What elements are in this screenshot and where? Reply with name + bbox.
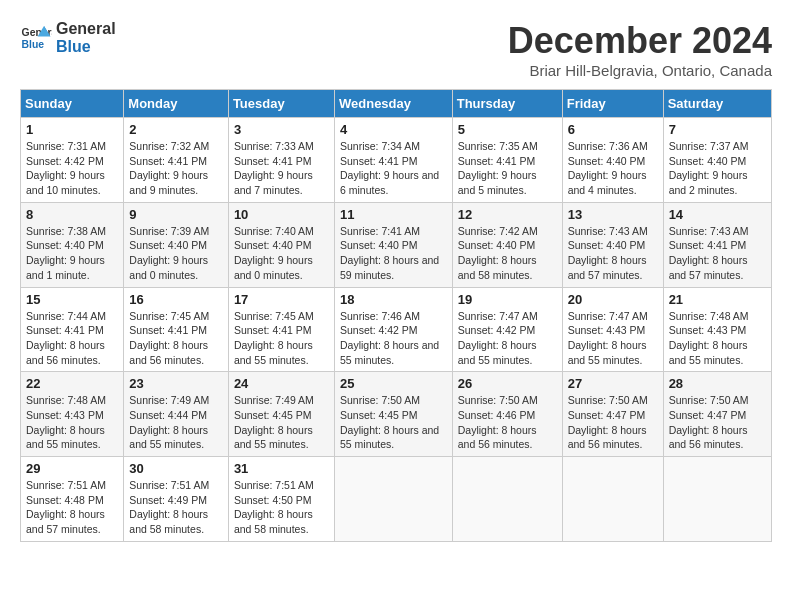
- day-info: Sunrise: 7:45 AM Sunset: 4:41 PM Dayligh…: [234, 309, 329, 368]
- day-cell: 7 Sunrise: 7:37 AM Sunset: 4:40 PM Dayli…: [663, 118, 771, 203]
- day-info: Sunrise: 7:50 AM Sunset: 4:47 PM Dayligh…: [568, 393, 658, 452]
- day-info: Sunrise: 7:46 AM Sunset: 4:42 PM Dayligh…: [340, 309, 447, 368]
- page-title: December 2024: [508, 20, 772, 62]
- day-cell: [663, 457, 771, 542]
- week-row-1: 1 Sunrise: 7:31 AM Sunset: 4:42 PM Dayli…: [21, 118, 772, 203]
- day-info: Sunrise: 7:44 AM Sunset: 4:41 PM Dayligh…: [26, 309, 118, 368]
- column-header-saturday: Saturday: [663, 90, 771, 118]
- day-number: 7: [669, 122, 766, 137]
- day-info: Sunrise: 7:49 AM Sunset: 4:45 PM Dayligh…: [234, 393, 329, 452]
- day-info: Sunrise: 7:50 AM Sunset: 4:47 PM Dayligh…: [669, 393, 766, 452]
- day-cell: [452, 457, 562, 542]
- day-info: Sunrise: 7:36 AM Sunset: 4:40 PM Dayligh…: [568, 139, 658, 198]
- week-row-2: 8 Sunrise: 7:38 AM Sunset: 4:40 PM Dayli…: [21, 202, 772, 287]
- day-cell: 19 Sunrise: 7:47 AM Sunset: 4:42 PM Dayl…: [452, 287, 562, 372]
- day-number: 15: [26, 292, 118, 307]
- day-cell: 11 Sunrise: 7:41 AM Sunset: 4:40 PM Dayl…: [334, 202, 452, 287]
- day-number: 24: [234, 376, 329, 391]
- day-number: 19: [458, 292, 557, 307]
- day-cell: 9 Sunrise: 7:39 AM Sunset: 4:40 PM Dayli…: [124, 202, 229, 287]
- day-number: 3: [234, 122, 329, 137]
- day-info: Sunrise: 7:50 AM Sunset: 4:45 PM Dayligh…: [340, 393, 447, 452]
- day-info: Sunrise: 7:51 AM Sunset: 4:48 PM Dayligh…: [26, 478, 118, 537]
- day-info: Sunrise: 7:39 AM Sunset: 4:40 PM Dayligh…: [129, 224, 223, 283]
- day-number: 22: [26, 376, 118, 391]
- calendar-header-row: SundayMondayTuesdayWednesdayThursdayFrid…: [21, 90, 772, 118]
- day-number: 9: [129, 207, 223, 222]
- day-cell: 26 Sunrise: 7:50 AM Sunset: 4:46 PM Dayl…: [452, 372, 562, 457]
- day-info: Sunrise: 7:38 AM Sunset: 4:40 PM Dayligh…: [26, 224, 118, 283]
- day-info: Sunrise: 7:34 AM Sunset: 4:41 PM Dayligh…: [340, 139, 447, 198]
- day-info: Sunrise: 7:43 AM Sunset: 4:40 PM Dayligh…: [568, 224, 658, 283]
- day-number: 29: [26, 461, 118, 476]
- calendar-table: SundayMondayTuesdayWednesdayThursdayFrid…: [20, 89, 772, 542]
- page-subtitle: Briar Hill-Belgravia, Ontario, Canada: [508, 62, 772, 79]
- day-cell: 15 Sunrise: 7:44 AM Sunset: 4:41 PM Dayl…: [21, 287, 124, 372]
- week-row-4: 22 Sunrise: 7:48 AM Sunset: 4:43 PM Dayl…: [21, 372, 772, 457]
- day-number: 31: [234, 461, 329, 476]
- day-info: Sunrise: 7:48 AM Sunset: 4:43 PM Dayligh…: [26, 393, 118, 452]
- day-number: 30: [129, 461, 223, 476]
- day-number: 25: [340, 376, 447, 391]
- day-cell: 18 Sunrise: 7:46 AM Sunset: 4:42 PM Dayl…: [334, 287, 452, 372]
- column-header-sunday: Sunday: [21, 90, 124, 118]
- day-cell: 27 Sunrise: 7:50 AM Sunset: 4:47 PM Dayl…: [562, 372, 663, 457]
- logo-line2: Blue: [56, 38, 116, 56]
- day-cell: 31 Sunrise: 7:51 AM Sunset: 4:50 PM Dayl…: [228, 457, 334, 542]
- svg-text:Blue: Blue: [22, 38, 45, 49]
- day-number: 11: [340, 207, 447, 222]
- day-info: Sunrise: 7:50 AM Sunset: 4:46 PM Dayligh…: [458, 393, 557, 452]
- week-row-5: 29 Sunrise: 7:51 AM Sunset: 4:48 PM Dayl…: [21, 457, 772, 542]
- day-cell: 10 Sunrise: 7:40 AM Sunset: 4:40 PM Dayl…: [228, 202, 334, 287]
- day-cell: 25 Sunrise: 7:50 AM Sunset: 4:45 PM Dayl…: [334, 372, 452, 457]
- column-header-friday: Friday: [562, 90, 663, 118]
- day-cell: [562, 457, 663, 542]
- day-info: Sunrise: 7:45 AM Sunset: 4:41 PM Dayligh…: [129, 309, 223, 368]
- day-number: 14: [669, 207, 766, 222]
- header: General Blue General Blue December 2024 …: [20, 20, 772, 79]
- day-cell: [334, 457, 452, 542]
- day-number: 12: [458, 207, 557, 222]
- day-info: Sunrise: 7:43 AM Sunset: 4:41 PM Dayligh…: [669, 224, 766, 283]
- day-number: 5: [458, 122, 557, 137]
- calendar-body: 1 Sunrise: 7:31 AM Sunset: 4:42 PM Dayli…: [21, 118, 772, 542]
- day-info: Sunrise: 7:48 AM Sunset: 4:43 PM Dayligh…: [669, 309, 766, 368]
- day-number: 18: [340, 292, 447, 307]
- day-info: Sunrise: 7:47 AM Sunset: 4:43 PM Dayligh…: [568, 309, 658, 368]
- column-header-wednesday: Wednesday: [334, 90, 452, 118]
- logo: General Blue General Blue: [20, 20, 116, 55]
- day-number: 27: [568, 376, 658, 391]
- day-info: Sunrise: 7:47 AM Sunset: 4:42 PM Dayligh…: [458, 309, 557, 368]
- day-info: Sunrise: 7:51 AM Sunset: 4:50 PM Dayligh…: [234, 478, 329, 537]
- day-number: 2: [129, 122, 223, 137]
- day-number: 28: [669, 376, 766, 391]
- day-cell: 24 Sunrise: 7:49 AM Sunset: 4:45 PM Dayl…: [228, 372, 334, 457]
- day-cell: 16 Sunrise: 7:45 AM Sunset: 4:41 PM Dayl…: [124, 287, 229, 372]
- day-info: Sunrise: 7:35 AM Sunset: 4:41 PM Dayligh…: [458, 139, 557, 198]
- day-number: 4: [340, 122, 447, 137]
- day-number: 26: [458, 376, 557, 391]
- column-header-tuesday: Tuesday: [228, 90, 334, 118]
- day-number: 21: [669, 292, 766, 307]
- day-info: Sunrise: 7:40 AM Sunset: 4:40 PM Dayligh…: [234, 224, 329, 283]
- day-number: 13: [568, 207, 658, 222]
- day-number: 1: [26, 122, 118, 137]
- day-cell: 5 Sunrise: 7:35 AM Sunset: 4:41 PM Dayli…: [452, 118, 562, 203]
- day-number: 16: [129, 292, 223, 307]
- day-cell: 2 Sunrise: 7:32 AM Sunset: 4:41 PM Dayli…: [124, 118, 229, 203]
- day-info: Sunrise: 7:31 AM Sunset: 4:42 PM Dayligh…: [26, 139, 118, 198]
- day-number: 23: [129, 376, 223, 391]
- day-cell: 28 Sunrise: 7:50 AM Sunset: 4:47 PM Dayl…: [663, 372, 771, 457]
- day-cell: 8 Sunrise: 7:38 AM Sunset: 4:40 PM Dayli…: [21, 202, 124, 287]
- day-number: 20: [568, 292, 658, 307]
- title-section: December 2024 Briar Hill-Belgravia, Onta…: [508, 20, 772, 79]
- day-info: Sunrise: 7:32 AM Sunset: 4:41 PM Dayligh…: [129, 139, 223, 198]
- column-header-thursday: Thursday: [452, 90, 562, 118]
- day-cell: 23 Sunrise: 7:49 AM Sunset: 4:44 PM Dayl…: [124, 372, 229, 457]
- day-cell: 6 Sunrise: 7:36 AM Sunset: 4:40 PM Dayli…: [562, 118, 663, 203]
- day-info: Sunrise: 7:41 AM Sunset: 4:40 PM Dayligh…: [340, 224, 447, 283]
- day-cell: 20 Sunrise: 7:47 AM Sunset: 4:43 PM Dayl…: [562, 287, 663, 372]
- day-cell: 22 Sunrise: 7:48 AM Sunset: 4:43 PM Dayl…: [21, 372, 124, 457]
- day-cell: 13 Sunrise: 7:43 AM Sunset: 4:40 PM Dayl…: [562, 202, 663, 287]
- day-info: Sunrise: 7:49 AM Sunset: 4:44 PM Dayligh…: [129, 393, 223, 452]
